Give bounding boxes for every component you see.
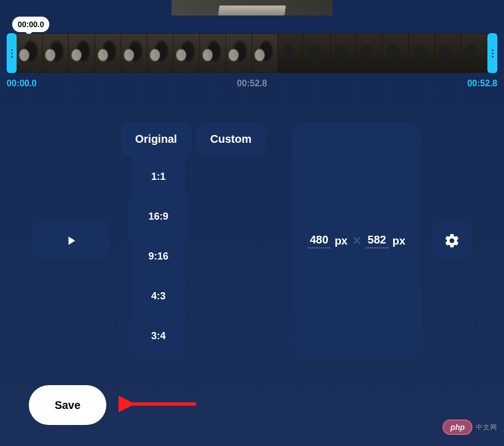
ratio-3-4[interactable]: 3:4	[132, 316, 185, 356]
timeline-mid-time: 00:52.8	[237, 79, 267, 89]
controls-panel: Original Custom 1:1 16:9 9:16 4:3 3:4 48…	[0, 122, 504, 360]
timeline-frame	[304, 34, 330, 72]
video-preview	[172, 0, 332, 15]
height-unit: px	[393, 235, 405, 247]
height-input[interactable]: 582	[366, 234, 388, 248]
ratio-4-3[interactable]: 4:3	[132, 276, 185, 316]
play-column	[32, 122, 110, 360]
ratio-16-9[interactable]: 16:9	[128, 196, 188, 236]
timeline-frame	[226, 34, 252, 72]
dimensions-panel: 480 px ✕ 582 px	[292, 122, 421, 360]
play-icon	[64, 234, 78, 248]
settings-column	[432, 122, 472, 360]
timeline-frame	[95, 34, 121, 72]
watermark-badge: php 中文网	[443, 419, 497, 435]
tab-custom[interactable]: Custom	[196, 122, 266, 157]
timeline-frame	[461, 34, 487, 72]
timeline-frame	[409, 34, 435, 72]
width-input[interactable]: 480	[308, 234, 330, 248]
thumbnail-track[interactable]	[17, 33, 487, 73]
timeline-frame	[147, 34, 173, 72]
ratio-9-16[interactable]: 9:16	[132, 236, 185, 276]
gear-icon	[444, 232, 460, 249]
tab-original[interactable]: Original	[121, 122, 192, 157]
aspect-tabs: Original Custom	[121, 122, 266, 157]
dimension-separator-icon: ✕	[352, 234, 362, 247]
watermark-text: 中文网	[476, 423, 497, 432]
preview-content	[218, 6, 286, 15]
trim-handle-left[interactable]	[7, 33, 17, 73]
aspect-column: Original Custom 1:1 16:9 9:16 4:3 3:4	[121, 122, 281, 356]
settings-button[interactable]	[432, 221, 472, 261]
timeline-frame	[43, 34, 69, 72]
timeline-end-time: 00:52.8	[467, 79, 497, 89]
timeline-frame	[17, 34, 43, 72]
timeline-frame	[121, 34, 147, 72]
timeline-frame	[252, 34, 278, 72]
timeline-frame	[331, 34, 357, 72]
width-unit: px	[335, 235, 347, 247]
timeline-start-time: 00:00.0	[7, 79, 37, 89]
timeline-frame	[173, 34, 199, 72]
timeline-frame	[69, 34, 95, 72]
watermark-logo: php	[443, 419, 472, 435]
aspect-ratio-list: 1:1 16:9 9:16 4:3 3:4	[132, 157, 188, 356]
playhead-time-bubble: 00:00.0	[12, 17, 49, 32]
play-button[interactable]	[32, 221, 110, 261]
ratio-1-1[interactable]: 1:1	[132, 157, 185, 196]
trim-handle-right[interactable]	[487, 33, 497, 73]
timeline-frame	[435, 34, 461, 72]
annotation-arrow-icon	[119, 393, 202, 415]
timeline-frame	[200, 34, 226, 72]
timeline-strip[interactable]	[7, 33, 497, 73]
timeline-time-labels: 00:00.0 00:52.8 00:52.8	[7, 79, 497, 89]
timeline-frame	[278, 34, 304, 72]
timeline: 00:00.0 00:00.0	[0, 33, 504, 89]
save-button[interactable]: Save	[29, 385, 106, 425]
timeline-frame	[357, 34, 383, 72]
timeline-frame	[383, 34, 409, 72]
